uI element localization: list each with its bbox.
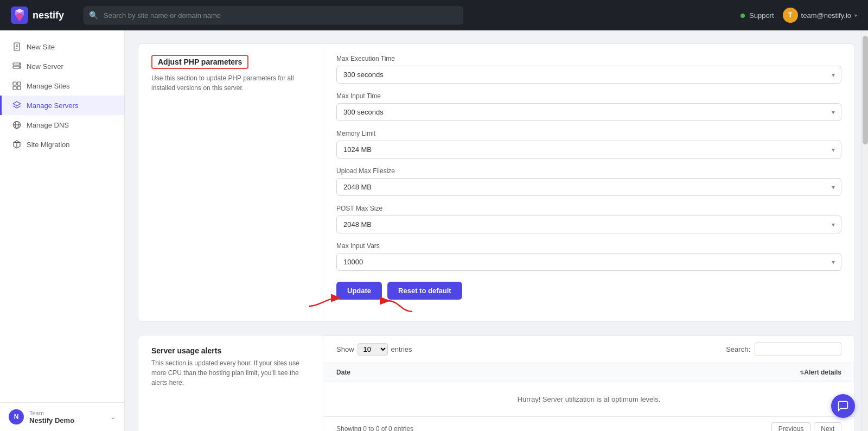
scrollbar-thumb[interactable] [863, 36, 868, 144]
max-input-vars-wrapper: 10000 1000 5000 20000 [336, 253, 841, 271]
sidebar-menu: New Site New Server Manage Sites [0, 30, 124, 402]
php-section-card: Adjust PHP parameters Use this section t… [138, 43, 855, 322]
memory-limit-group: Memory Limit 1024 MB 256 MB 512 MB 2048 … [336, 130, 841, 159]
usage-header: Server usage alerts This section is upda… [138, 335, 323, 431]
max-input-time-group: Max Input Time 300 seconds 60 seconds 12… [336, 92, 841, 121]
upload-max-filesize-select[interactable]: 2048 MB 128 MB 256 MB 512 MB 1024 MB [336, 178, 841, 196]
user-email: team@nestify.io [801, 11, 851, 20]
sidebar-user-avatar: N [9, 409, 24, 424]
sidebar-item-new-server[interactable]: New Server [0, 56, 124, 76]
next-button[interactable]: Next [814, 422, 841, 431]
col-date: Date [336, 369, 797, 376]
reset-button[interactable]: Reset to default [387, 282, 462, 300]
table-search-input[interactable] [755, 343, 841, 356]
svg-rect-11 [13, 86, 16, 90]
nav-right: Support T team@nestify.io ▾ [741, 8, 857, 23]
svg-rect-9 [13, 82, 16, 85]
max-input-vars-label: Max Input Vars [336, 242, 841, 250]
sort-icon: ⇅ [800, 370, 804, 376]
usage-desc: This section is updated every hour. If y… [151, 358, 310, 388]
logo-icon [11, 7, 28, 24]
php-form: Max Execution Time 300 seconds 60 second… [323, 44, 854, 321]
max-input-time-select[interactable]: 300 seconds 60 seconds 120 seconds 600 s… [336, 103, 841, 121]
sidebar-item-manage-servers[interactable]: Manage Servers [0, 96, 124, 115]
grid-icon [12, 81, 21, 90]
max-input-time-label: Max Input Time [336, 92, 841, 100]
php-section-title: Adjust PHP parameters [151, 55, 248, 69]
search-icon: 🔍 [89, 11, 98, 20]
sidebar-item-manage-sites[interactable]: Manage Sites [0, 76, 124, 96]
user-menu-chevron: ▾ [854, 12, 857, 18]
post-max-size-select[interactable]: 2048 MB 128 MB 256 MB 512 MB 1024 MB [336, 216, 841, 233]
prev-button[interactable]: Previous [771, 422, 811, 431]
nav-user[interactable]: T team@nestify.io ▾ [783, 8, 857, 23]
post-max-size-group: POST Max Size 2048 MB 128 MB 256 MB 512 … [336, 205, 841, 233]
search-bar: 🔍 [84, 7, 463, 24]
sidebar-item-site-migration[interactable]: Site Migration [0, 135, 124, 154]
support-dot [741, 14, 745, 18]
memory-limit-select[interactable]: 1024 MB 256 MB 512 MB 2048 MB [336, 141, 841, 159]
logo-text: nestify [33, 10, 64, 21]
usage-title: Server usage alerts [151, 346, 310, 355]
max-execution-time-label: Max Execution Time [336, 55, 841, 62]
usage-table-controls: Show 10 25 50 100 entries Search: [323, 335, 854, 363]
main-content: Adjust PHP parameters Use this section t… [125, 30, 868, 431]
logo: nestify [11, 7, 64, 24]
entries-select[interactable]: 10 25 50 100 [358, 343, 388, 356]
sidebar-user-chevron: ⌄ [110, 413, 116, 421]
memory-limit-label: Memory Limit [336, 130, 841, 137]
entries-count: Showing 0 to 0 of 0 entries [336, 425, 413, 431]
svg-point-8 [19, 67, 20, 68]
user-avatar: T [783, 8, 798, 23]
php-btn-row: Update Reset to default [336, 282, 841, 310]
layers-icon [12, 101, 21, 110]
post-max-size-label: POST Max Size [336, 205, 841, 212]
sidebar: New Site New Server Manage Sites [0, 30, 125, 431]
php-section-desc: Use this section to update PHP parameter… [151, 73, 310, 93]
server-icon [12, 62, 21, 71]
sidebar-item-manage-dns[interactable]: Manage DNS [0, 115, 124, 135]
file-icon [12, 42, 21, 51]
usage-section: Server usage alerts This section is upda… [138, 335, 855, 431]
post-max-size-wrapper: 2048 MB 128 MB 256 MB 512 MB 1024 MB [336, 216, 841, 233]
upload-max-filesize-label: Upload Max Filesize [336, 167, 841, 175]
support-status: Support [741, 11, 774, 20]
svg-rect-12 [17, 86, 21, 90]
max-execution-time-wrapper: 300 seconds 60 seconds 120 seconds 600 s… [336, 66, 841, 84]
search-input[interactable] [84, 7, 463, 24]
usage-table-area: Show 10 25 50 100 entries Search: [323, 335, 854, 431]
show-entries: Show 10 25 50 100 entries [336, 343, 412, 356]
pagination: Previous Next [771, 422, 841, 431]
scrollbar-track[interactable] [861, 30, 868, 431]
max-input-time-wrapper: 300 seconds 60 seconds 120 seconds 600 s… [336, 103, 841, 121]
max-execution-time-group: Max Execution Time 300 seconds 60 second… [336, 55, 841, 84]
table-empty-message: Hurray! Server utilization is at optimum… [323, 382, 854, 417]
chat-icon [837, 400, 849, 412]
table-header: Date ⇅ Alert details [323, 363, 854, 382]
sidebar-user-info: Team Nestify Demo [29, 410, 105, 424]
svg-rect-10 [17, 82, 21, 85]
globe-icon [12, 121, 21, 129]
max-input-vars-select[interactable]: 10000 1000 5000 20000 [336, 253, 841, 271]
box-icon [12, 140, 21, 149]
sidebar-bottom[interactable]: N Team Nestify Demo ⌄ [0, 402, 124, 431]
table-search: Search: [726, 343, 841, 356]
chat-button[interactable] [831, 394, 855, 418]
max-execution-time-select[interactable]: 300 seconds 60 seconds 120 seconds 600 s… [336, 66, 841, 84]
svg-point-7 [19, 64, 20, 65]
upload-max-filesize-group: Upload Max Filesize 2048 MB 128 MB 256 M… [336, 167, 841, 196]
php-section-header: Adjust PHP parameters Use this section t… [138, 44, 323, 321]
col-alert: Alert details [804, 369, 841, 376]
upload-max-filesize-wrapper: 2048 MB 128 MB 256 MB 512 MB 1024 MB [336, 178, 841, 196]
topnav: nestify 🔍 Support T team@nestify.io ▾ [0, 0, 868, 30]
update-button[interactable]: Update [336, 282, 382, 300]
table-footer: Showing 0 to 0 of 0 entries Previous Nex… [323, 417, 854, 431]
sidebar-item-new-site[interactable]: New Site [0, 37, 124, 56]
memory-limit-wrapper: 1024 MB 256 MB 512 MB 2048 MB [336, 141, 841, 159]
max-input-vars-group: Max Input Vars 10000 1000 5000 20000 [336, 242, 841, 271]
